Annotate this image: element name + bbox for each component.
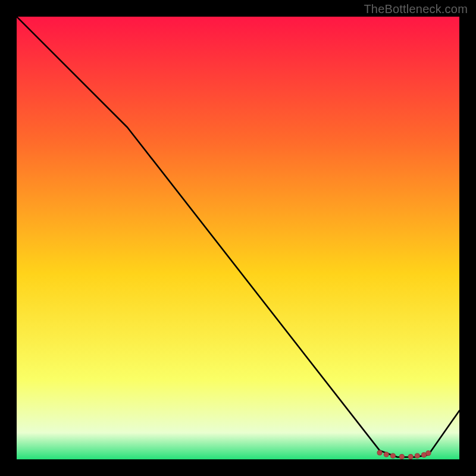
marker-dot	[390, 453, 395, 458]
marker-dot	[421, 452, 426, 457]
marker-dot	[415, 453, 419, 458]
plot-area	[17, 17, 459, 459]
marker-dot	[408, 454, 413, 459]
chart-container: TheBottleneck.com	[0, 0, 476, 476]
marker-dot	[399, 454, 404, 459]
watermark-text: TheBottleneck.com	[364, 2, 468, 16]
marker-dot	[384, 452, 389, 457]
marker-dot	[377, 450, 382, 455]
marker-dot	[426, 450, 431, 455]
chart-svg	[17, 17, 459, 459]
